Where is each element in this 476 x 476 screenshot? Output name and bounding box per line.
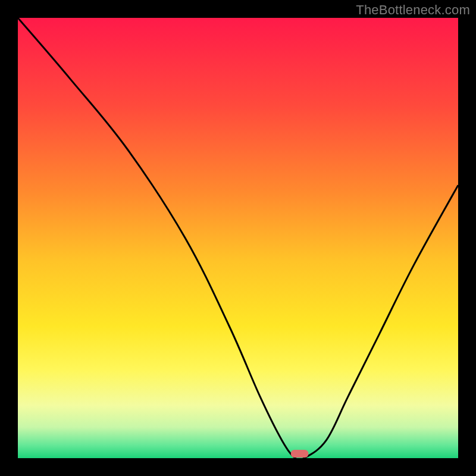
gradient-background <box>18 18 458 458</box>
watermark-label: TheBottleneck.com <box>356 2 470 18</box>
bottleneck-chart-svg <box>18 18 458 458</box>
optimal-marker <box>291 450 309 458</box>
plot-area <box>18 18 458 458</box>
chart-frame: TheBottleneck.com <box>0 0 476 476</box>
